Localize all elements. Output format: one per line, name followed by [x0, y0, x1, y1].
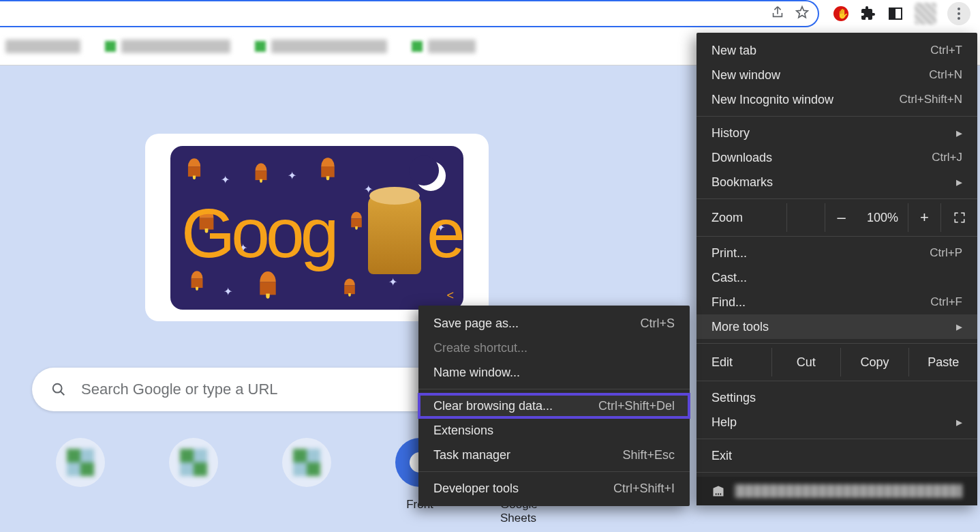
chevron-right-icon: ▸	[956, 175, 962, 190]
google-doodle-card[interactable]: ✦ ✦ ✦ ✦ ✦ ✦ ✦ Goog e <	[145, 134, 489, 321]
menu-new-incognito[interactable]: New Incognito windowCtrl+Shift+N	[696, 87, 977, 112]
menu-bookmarks[interactable]: Bookmarks▸	[696, 170, 977, 194]
search-placeholder: Search Google or type a URL	[81, 381, 278, 398]
zoom-value: 100%	[857, 211, 908, 225]
share-doodle-icon[interactable]: <	[446, 289, 454, 303]
svg-line-3	[61, 391, 65, 396]
submenu-clear-browsing-data[interactable]: Clear browsing data...Ctrl+Shift+Del	[418, 394, 690, 418]
submenu-save-page[interactable]: Save page as...Ctrl+S	[418, 311, 690, 336]
omnibox[interactable]	[0, 0, 819, 27]
shortcut-tile[interactable]	[48, 438, 113, 525]
submenu-task-manager[interactable]: Task managerShift+Esc	[418, 443, 690, 467]
submenu-extensions[interactable]: Extensions	[418, 418, 690, 443]
submenu-create-shortcut: Create shortcut...	[418, 336, 690, 360]
share-icon[interactable]	[770, 5, 785, 23]
bookmark-star-icon[interactable]	[795, 5, 810, 23]
menu-print[interactable]: Print...Ctrl+P	[696, 241, 977, 265]
submenu-developer-tools[interactable]: Developer toolsCtrl+Shift+I	[418, 476, 690, 501]
extensions-puzzle-icon[interactable]	[860, 5, 876, 22]
chrome-main-menu: New tabCtrl+T New windowCtrl+N New Incog…	[696, 33, 977, 505]
moon-icon	[416, 161, 446, 191]
chevron-right-icon: ▸	[956, 125, 962, 141]
menu-copy[interactable]: Copy	[840, 348, 909, 376]
fullscreen-icon[interactable]	[940, 203, 977, 232]
menu-new-tab[interactable]: New tabCtrl+T	[696, 38, 977, 63]
zoom-out-button[interactable]: –	[825, 203, 857, 232]
menu-help[interactable]: Help▸	[696, 410, 977, 434]
bookmark-item[interactable]	[105, 40, 230, 53]
zoom-in-button[interactable]: +	[908, 203, 940, 232]
bookmark-item[interactable]	[255, 40, 387, 53]
shortcut-tile[interactable]	[274, 438, 339, 525]
side-panel-icon[interactable]	[887, 5, 904, 22]
svg-rect-1	[889, 8, 895, 19]
submenu-name-window[interactable]: Name window...	[418, 360, 690, 385]
chevron-right-icon: ▸	[956, 319, 962, 334]
kebab-menu-button[interactable]	[947, 2, 970, 25]
toolbar-actions: ✋	[819, 0, 980, 27]
svg-point-2	[53, 384, 62, 393]
menu-history[interactable]: History▸	[696, 121, 977, 145]
menu-downloads[interactable]: DownloadsCtrl+J	[696, 145, 977, 170]
menu-zoom: Zoom – 100% +	[696, 203, 977, 232]
google-doodle: ✦ ✦ ✦ ✦ ✦ ✦ ✦ Goog e <	[170, 146, 463, 310]
menu-more-tools[interactable]: More tools▸	[696, 314, 977, 339]
menu-paste[interactable]: Paste	[908, 348, 977, 376]
menu-edit-row: Edit Cut Copy Paste	[696, 348, 977, 376]
menu-cut[interactable]: Cut	[771, 348, 840, 376]
shortcut-tile[interactable]	[161, 438, 226, 525]
building-icon	[711, 484, 725, 498]
menu-exit[interactable]: Exit	[696, 443, 977, 468]
search-icon	[51, 382, 66, 397]
menu-cast[interactable]: Cast...	[696, 265, 977, 290]
menu-settings[interactable]: Settings	[696, 385, 977, 410]
profile-avatar[interactable]	[915, 3, 936, 25]
bookmark-item[interactable]	[412, 40, 476, 53]
ublock-icon[interactable]: ✋	[833, 5, 849, 22]
bookmark-item[interactable]	[5, 40, 80, 53]
chevron-right-icon: ▸	[956, 415, 962, 430]
menu-new-window[interactable]: New windowCtrl+N	[696, 63, 977, 87]
menu-find[interactable]: Find...Ctrl+F	[696, 290, 977, 314]
more-tools-submenu: Save page as...Ctrl+S Create shortcut...…	[418, 306, 690, 506]
managed-by-org	[696, 477, 977, 505]
address-bar: ✋	[0, 0, 980, 27]
